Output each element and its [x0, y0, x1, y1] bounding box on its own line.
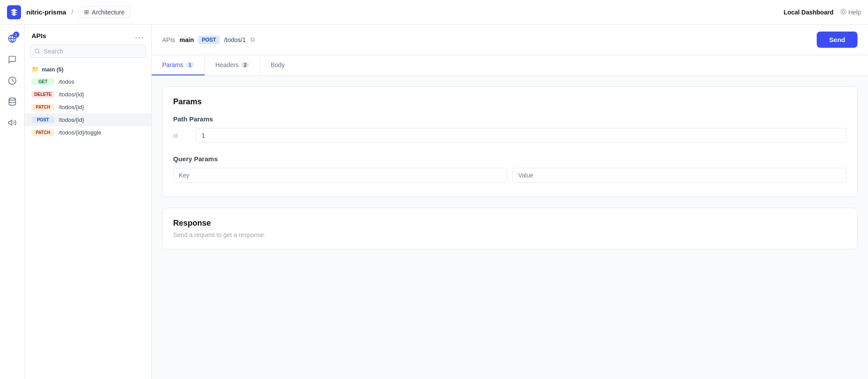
route-delete-todos-id[interactable]: DELETE /todos/{id}: [25, 88, 151, 101]
help-icon: ⓪: [840, 8, 847, 16]
query-param-row: [173, 168, 847, 183]
route-get-todos[interactable]: GET /todos: [25, 75, 151, 88]
tab-params-label: Params: [162, 61, 183, 68]
breadcrumb-path: /todos/1: [224, 36, 246, 43]
route-patch-todos-id[interactable]: PATCH /todos/{id}: [25, 101, 151, 113]
params-card: Params Path Params id Query Params: [162, 86, 857, 197]
content-scroll: Params Path Params id Query Params Respo…: [152, 76, 868, 379]
architecture-button[interactable]: ⊞ Architecture: [78, 7, 130, 18]
breadcrumb: APIs main POST /todos/1 ⧉: [162, 35, 811, 44]
api-search-container: [30, 45, 146, 58]
param-key-id: id: [173, 132, 191, 139]
breadcrumb-apis[interactable]: APIs: [162, 36, 175, 43]
response-hint: Send a request to get a response.: [173, 231, 847, 238]
method-badge-post: POST: [32, 117, 54, 123]
path-param-row: id: [173, 128, 847, 143]
api-group-header[interactable]: 📁 main (5): [25, 63, 151, 75]
route-path: /todos/{id}: [59, 91, 84, 98]
sidebar-item-messages[interactable]: [4, 51, 21, 68]
local-dashboard-link[interactable]: Local Dashboard: [784, 9, 834, 16]
method-badge-patch-toggle: PATCH: [32, 129, 54, 136]
section-separator: [173, 146, 847, 155]
api-routes: GET /todos DELETE /todos/{id} PATCH /tod…: [25, 75, 151, 139]
icon-sidebar: 1: [0, 25, 25, 379]
architecture-label: Architecture: [92, 9, 125, 16]
tab-params[interactable]: Params 1: [152, 55, 205, 75]
topbar-separator: /: [71, 8, 73, 16]
search-icon: [35, 48, 40, 54]
api-group-label: main (5): [42, 66, 64, 73]
apis-badge: 1: [13, 32, 19, 38]
api-panel-header: APIs ...: [25, 25, 151, 45]
project-name: nitric-prisma: [26, 8, 66, 16]
breadcrumb-main[interactable]: main: [180, 36, 194, 43]
tab-headers-label: Headers: [215, 61, 238, 68]
api-panel-title: APIs: [32, 32, 46, 39]
tab-headers[interactable]: Headers 2: [205, 55, 260, 75]
path-params-title: Path Params: [173, 115, 847, 123]
sidebar-item-apis[interactable]: 1: [4, 30, 21, 47]
response-title: Response: [173, 219, 847, 228]
sidebar-item-topics[interactable]: [4, 114, 21, 131]
route-post-todos-id[interactable]: POST /todos/{id}: [25, 113, 151, 126]
content-area: APIs main POST /todos/1 ⧉ Send Params 1 …: [152, 25, 868, 379]
topbar: nitric-prisma / ⊞ Architecture Local Das…: [0, 0, 868, 25]
method-badge-delete: DELETE: [32, 91, 54, 98]
help-label: Help: [848, 9, 861, 16]
api-panel-more-button[interactable]: ...: [135, 32, 144, 39]
copy-icon[interactable]: ⧉: [250, 36, 255, 43]
tab-headers-badge: 2: [241, 62, 249, 68]
sidebar-item-schedules[interactable]: [4, 72, 21, 89]
route-path: /todos: [59, 78, 74, 85]
svg-marker-4: [8, 120, 12, 125]
svg-point-5: [36, 49, 39, 53]
tab-body-label: Body: [270, 61, 285, 68]
api-panel: APIs ... 📁 main (5) GET /todos DELETE /t…: [25, 25, 152, 379]
send-button[interactable]: Send: [817, 32, 857, 48]
main-layout: 1: [0, 25, 868, 379]
sidebar-item-storage[interactable]: [4, 93, 21, 110]
route-path: /todos/{id}/toggle: [59, 129, 101, 136]
route-path: /todos/{id}: [59, 104, 84, 110]
tab-params-badge: 1: [186, 62, 194, 68]
route-path: /todos/{id}: [59, 117, 84, 123]
topbar-right: Local Dashboard ⓪ Help: [784, 8, 861, 16]
method-badge-get: GET: [32, 78, 54, 85]
folder-icon: 📁: [32, 66, 39, 73]
breadcrumb-method-badge: POST: [198, 35, 220, 44]
app-logo[interactable]: [7, 5, 21, 19]
search-input[interactable]: [44, 48, 141, 55]
query-value-input[interactable]: [512, 168, 847, 183]
svg-point-3: [9, 98, 15, 100]
svg-line-6: [39, 52, 39, 53]
response-card: Response Send a request to get a respons…: [162, 208, 857, 249]
param-input-id[interactable]: [196, 128, 847, 143]
content-header: APIs main POST /todos/1 ⧉ Send: [152, 25, 868, 55]
route-patch-todos-id-toggle[interactable]: PATCH /todos/{id}/toggle: [25, 126, 151, 139]
query-params-title: Query Params: [173, 155, 847, 163]
tab-body[interactable]: Body: [260, 55, 295, 75]
tabs-bar: Params 1 Headers 2 Body: [152, 55, 868, 76]
method-badge-patch: PATCH: [32, 104, 54, 110]
query-key-input[interactable]: [173, 168, 507, 183]
architecture-icon: ⊞: [84, 9, 89, 15]
help-button[interactable]: ⓪ Help: [840, 8, 861, 16]
params-card-title: Params: [173, 97, 847, 106]
